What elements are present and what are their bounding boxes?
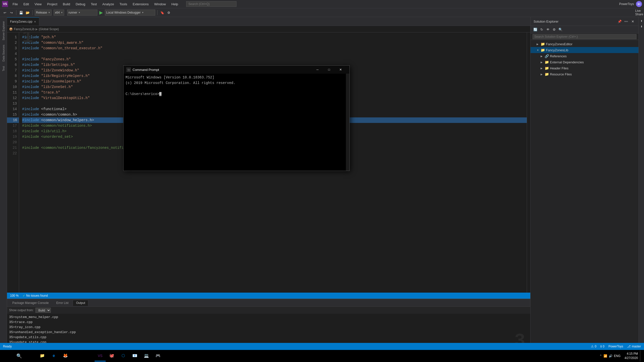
- ln-9: 9: [7, 79, 17, 84]
- menu-help[interactable]: Help: [169, 1, 181, 7]
- show-desktop-button[interactable]: [640, 350, 642, 361]
- menu-debug[interactable]: Debug: [73, 1, 88, 7]
- outlook-button[interactable]: 📧: [129, 350, 140, 361]
- out-line-3: 35>tray_icon.cpp: [9, 325, 528, 330]
- tree-label-lib: FancyZonesLib: [546, 48, 568, 52]
- edge-button[interactable]: e: [48, 350, 59, 361]
- undo-button[interactable]: ↩: [2, 10, 8, 15]
- tree-external-dependencies[interactable]: ▶ 📁 External Dependencies: [531, 59, 638, 65]
- tree-fancyzones-editor[interactable]: ▶ 📁 FancyZonesEditor: [531, 41, 638, 47]
- tree-label-external: External Dependencies: [550, 60, 584, 64]
- bookmark-button[interactable]: 🔖: [159, 10, 165, 15]
- tree-arrow-editor: ▶: [537, 43, 540, 46]
- file-explorer-button[interactable]: 📁: [37, 350, 48, 361]
- tree-references[interactable]: ▶ 🔗 References: [531, 53, 638, 59]
- cmd-scrollbar[interactable]: [346, 74, 349, 171]
- se-pin-button[interactable]: 📌: [617, 19, 622, 24]
- open-button[interactable]: 📂: [25, 10, 30, 15]
- user-avatar[interactable]: EI: [636, 1, 642, 7]
- powertoys-label: PowerToys: [619, 2, 634, 6]
- firefox-button[interactable]: 🦊: [60, 350, 71, 361]
- menu-extensions[interactable]: Extensions: [130, 1, 151, 7]
- solution-explorer: Solution Explorer 📌 ➖ ✕ 🔄 ↻ 👁 ⚙ 🔍 ▶ 📁 Fa…: [530, 17, 638, 354]
- chrome-button[interactable]: ⬤: [71, 350, 83, 361]
- project-dropdown[interactable]: runner ▼: [67, 10, 97, 16]
- github-desktop-button[interactable]: 🐙: [106, 350, 117, 361]
- cmd-close-button[interactable]: ✕: [335, 66, 346, 74]
- menu-project[interactable]: Project: [45, 1, 60, 7]
- app3-button[interactable]: 🎮: [152, 350, 164, 361]
- ln-11: 11: [7, 90, 17, 95]
- start-button[interactable]: ⊞: [2, 350, 13, 361]
- start-debug-button[interactable]: ▶: [98, 10, 104, 15]
- data-sources-tab[interactable]: Data Sources: [1, 43, 6, 64]
- debugger-dropdown[interactable]: Local Windows Debugger ▼: [105, 10, 155, 16]
- breadcrumb-scope[interactable]: (Global Scope): [39, 27, 59, 31]
- settings-button[interactable]: ⚙: [166, 10, 172, 15]
- menu-build[interactable]: Build: [60, 1, 73, 7]
- task-view-button[interactable]: ⧉: [25, 350, 36, 361]
- toolbar-separator-3: [157, 10, 157, 15]
- tree-arrow-lib: ▼: [537, 49, 540, 52]
- breadcrumb-lib[interactable]: FancyZonesLib: [14, 27, 34, 31]
- tab-error-list[interactable]: Error List: [53, 300, 72, 306]
- se-collapse-button[interactable]: ➖: [623, 19, 629, 24]
- se-sync-button[interactable]: 🔄: [533, 27, 538, 32]
- tree-fancyzones-lib[interactable]: ▼ 📁 FancyZonesLib: [531, 47, 638, 53]
- app2-button[interactable]: 💻: [141, 350, 152, 361]
- vscode-button[interactable]: ⬡: [118, 350, 129, 361]
- explorer-button[interactable]: 🗂: [83, 350, 94, 361]
- breadcrumb-bar: 📦 FancyZonesLib ▶ (Global Scope): [7, 26, 530, 32]
- mini-btn-1[interactable]: ⬆: [639, 18, 644, 24]
- time-date[interactable]: 4:15 PM 4/27/2020: [625, 352, 638, 360]
- menu-analyze[interactable]: Analyze: [100, 1, 116, 7]
- app4-button[interactable]: 🗃: [164, 350, 175, 361]
- check-icon: ✓: [23, 294, 25, 297]
- cmd-minimize-button[interactable]: ─: [312, 66, 323, 74]
- cmd-content[interactable]: Microsoft Windows [Version 10.0.18363.75…: [124, 74, 349, 171]
- tree-arrow-headers: ▶: [541, 67, 544, 70]
- menu-window[interactable]: Window: [152, 1, 168, 7]
- zoom-status: 100 %: [10, 294, 19, 297]
- se-search-input[interactable]: [533, 34, 636, 39]
- test-tab[interactable]: Test: [1, 64, 6, 73]
- config-dropdown[interactable]: Release ▼: [35, 10, 52, 16]
- tree-header-files[interactable]: ▶ 📁 Header Files: [531, 65, 638, 71]
- se-filter-button[interactable]: 🔍: [558, 27, 563, 32]
- search-button[interactable]: 🔍: [14, 350, 25, 361]
- menu-file[interactable]: File: [10, 1, 20, 7]
- menu-edit[interactable]: Edit: [21, 1, 31, 7]
- outlook-icon: 📧: [132, 353, 137, 358]
- search-input[interactable]: [186, 1, 236, 7]
- output-source-dropdown[interactable]: Build: [35, 308, 51, 313]
- folder-icon-external: 📁: [545, 60, 549, 64]
- menu-bar: VS File Edit View Project Build Debug Te…: [0, 0, 644, 8]
- save-all-button[interactable]: 💾: [18, 10, 24, 15]
- tree-label-references: References: [550, 54, 567, 58]
- menu-view[interactable]: View: [32, 1, 44, 7]
- platform-dropdown[interactable]: x64 ▼: [54, 10, 64, 16]
- se-show-all-button[interactable]: 👁: [545, 27, 551, 32]
- se-close-button[interactable]: ✕: [630, 19, 635, 24]
- server-explorer-tab[interactable]: Server Explorer: [1, 19, 6, 42]
- tab-package-manager[interactable]: Package Manager Console: [9, 300, 52, 306]
- se-properties-button[interactable]: ⚙: [551, 27, 557, 32]
- editor-tab-fancyzones[interactable]: FancyZones.cpp ✕: [7, 17, 39, 26]
- ln-13: 13: [7, 101, 17, 106]
- mini-btn-2[interactable]: ⬇: [639, 24, 644, 29]
- menu-test[interactable]: Test: [88, 1, 99, 7]
- tree-resource-files[interactable]: ▶ 📁 Resource Files: [531, 71, 638, 77]
- live-share-button[interactable]: Live Share: [636, 10, 642, 15]
- tab-close-button[interactable]: ✕: [34, 20, 36, 23]
- redo-button[interactable]: ↪: [9, 10, 14, 15]
- chevron-up-icon[interactable]: ⌃: [599, 354, 602, 358]
- se-refresh-button[interactable]: ↻: [539, 27, 544, 32]
- git-branch-label: master: [632, 345, 641, 348]
- cmd-maximize-button[interactable]: □: [323, 66, 335, 74]
- menu-tools[interactable]: Tools: [117, 1, 130, 7]
- zoom-value: 100 %: [10, 294, 19, 297]
- editor-scrollbar[interactable]: [527, 32, 530, 293]
- tab-output[interactable]: Output: [73, 300, 88, 306]
- vs-taskbar-button[interactable]: VS: [95, 350, 106, 361]
- cmd-app-icon: ⬛: [127, 68, 131, 72]
